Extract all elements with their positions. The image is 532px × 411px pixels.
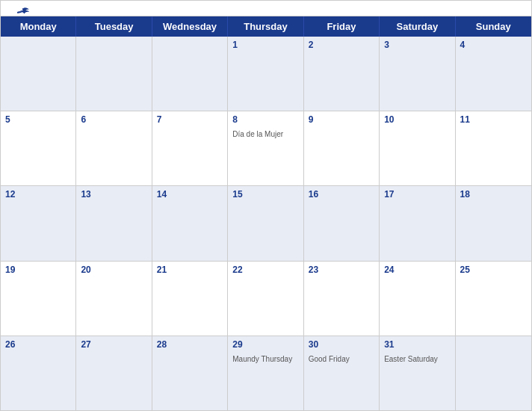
day-header-saturday: Saturday [380,16,455,37]
day-cell: 22 [228,262,303,336]
day-cell: 9 [304,111,380,185]
day-number: 30 [309,339,374,350]
day-cell: 18 [456,186,531,260]
day-number: 26 [5,339,71,350]
day-header-wednesday: Wednesday [152,16,228,37]
day-cell: 26 [1,336,76,410]
day-number: 10 [384,114,450,125]
day-number: 17 [384,189,450,200]
holiday-label: Día de la Mujer [232,130,283,138]
day-number: 19 [5,265,71,275]
day-cell: 31Easter Saturday [380,336,455,410]
day-cell: 3 [380,37,455,111]
day-number: 20 [81,265,146,275]
day-number: 21 [157,265,223,275]
day-header-friday: Friday [304,16,380,37]
day-cell: 10 [380,111,455,185]
logo [16,7,29,17]
day-number: 31 [384,339,450,350]
day-cell: 8Día de la Mujer [228,111,303,185]
weeks-container: 12345678Día de la Mujer91011121314151617… [1,37,531,410]
day-cell: 6 [76,111,152,185]
day-number: 29 [232,339,298,350]
day-number: 16 [309,189,374,200]
holiday-label: Maundy Thursday [232,355,292,363]
day-cell [456,336,531,410]
day-cell: 28 [152,336,228,410]
day-cell: 13 [76,186,152,260]
holiday-label: Easter Saturday [384,355,438,363]
day-number: 3 [384,40,450,50]
day-number: 27 [81,339,146,350]
day-number: 12 [5,189,71,200]
day-cell: 19 [1,262,76,336]
day-cell: 29Maundy Thursday [228,336,303,410]
day-cell: 11 [456,111,531,185]
day-number: 22 [232,265,298,275]
day-cell: 5 [1,111,76,185]
day-number: 13 [81,189,146,200]
day-number: 28 [157,339,223,350]
day-cell: 12 [1,186,76,260]
day-number: 4 [460,40,527,50]
day-number: 15 [232,189,298,200]
day-number: 14 [157,189,223,200]
week-row-3: 12131415161718 [1,186,531,261]
week-row-1: 1234 [1,37,531,111]
day-cell: 1 [228,37,303,111]
day-cell: 16 [304,186,380,260]
day-cell: 27 [76,336,152,410]
day-cell [152,37,228,111]
day-number: 23 [309,265,374,275]
logo-blue [16,7,29,17]
day-cell [76,37,152,111]
day-header-tuesday: Tuesday [76,16,152,37]
day-cell: 7 [152,111,228,185]
week-row-2: 5678Día de la Mujer91011 [1,111,531,186]
day-number: 25 [460,265,527,275]
day-number: 6 [81,114,146,125]
day-number: 7 [157,114,223,125]
day-number: 24 [384,265,450,275]
day-number: 18 [460,189,527,200]
day-cell: 23 [304,262,380,336]
day-cell [1,37,76,111]
day-headers-row: MondayTuesdayWednesdayThursdayFridaySatu… [1,16,531,37]
calendar-container: MondayTuesdayWednesdayThursdayFridaySatu… [0,0,532,411]
day-cell: 20 [76,262,152,336]
week-row-4: 19202122232425 [1,262,531,336]
day-cell: 30Good Friday [304,336,380,410]
day-cell: 25 [456,262,531,336]
day-header-monday: Monday [1,16,76,37]
day-number: 5 [5,114,71,125]
day-header-sunday: Sunday [456,16,531,37]
day-number: 8 [232,114,298,125]
holiday-label: Good Friday [309,355,350,363]
day-number: 11 [460,114,527,125]
day-cell: 24 [380,262,455,336]
day-number: 2 [309,40,374,50]
calendar-header [1,1,531,16]
calendar-grid: MondayTuesdayWednesdayThursdayFridaySatu… [1,16,531,410]
day-cell: 15 [228,186,303,260]
day-cell: 17 [380,186,455,260]
day-cell: 14 [152,186,228,260]
day-number: 1 [232,40,298,50]
logo-bird-icon [17,7,29,17]
day-header-thursday: Thursday [228,16,303,37]
week-row-5: 26272829Maundy Thursday30Good Friday31Ea… [1,336,531,410]
day-cell: 2 [304,37,380,111]
day-cell: 4 [456,37,531,111]
day-number: 9 [309,114,374,125]
day-cell: 21 [152,262,228,336]
